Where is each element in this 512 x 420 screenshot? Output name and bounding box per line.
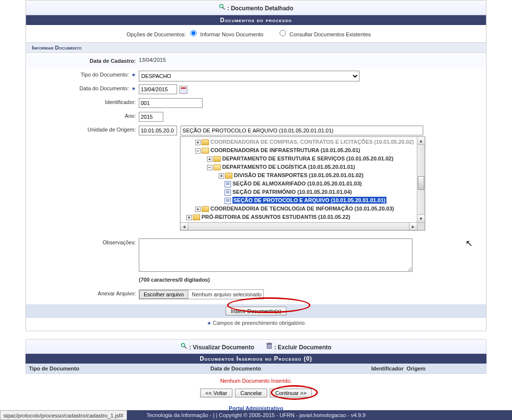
label-data-documento: Data do Documento: — [79, 85, 129, 91]
nav-button-row: << Voltar Cancelar Continuar >> — [26, 388, 486, 401]
tree-hscrollbar[interactable]: ◄► — [180, 222, 417, 230]
textarea-observacoes[interactable] — [139, 238, 412, 272]
inserir-documento-button[interactable]: Inserir Documento(s) — [226, 307, 287, 315]
collapse-icon[interactable]: − — [207, 165, 212, 170]
main-panel: : Documento Detalhado Documentos do proc… — [26, 0, 486, 331]
input-data-documento[interactable] — [139, 84, 177, 94]
label-anexar-arquivo: Anexar Arquivo: — [26, 289, 139, 296]
unidade-tree[interactable]: +COORDENADORIA DE COMPRAS, CONTRATOS E L… — [180, 136, 425, 231]
tree-node: −DEPARTAMENTO DE LOGÍSTICA (10.01.05.20.… — [180, 163, 417, 171]
expand-icon[interactable]: + — [207, 157, 212, 162]
folder-icon — [193, 214, 200, 220]
label-identificador: Identificador: — [26, 97, 139, 105]
document-icon — [225, 198, 231, 204]
label-data-cadastro: Data de Cadastro: — [26, 56, 139, 64]
svg-point-2 — [181, 343, 185, 347]
toolbar-detalhado: : Documento Detalhado — [26, 0, 486, 15]
toolbar-label: : Documento Detalhado — [227, 5, 293, 12]
col-identificador: Identificador — [348, 366, 407, 371]
collapse-icon[interactable]: − — [195, 148, 201, 154]
tree-node: +COORDENADORIA DE TECNOLOGIA DE INFORMAÇ… — [180, 205, 417, 213]
folder-open-icon — [202, 148, 209, 154]
expand-icon[interactable]: + — [195, 140, 201, 145]
section-informar-documento: Informar Documento — [26, 42, 486, 53]
expand-icon[interactable]: + — [219, 173, 224, 179]
options-row: Opções de Documentos: Informar Novo Docu… — [26, 25, 486, 42]
documents-panel: : Visualizar Documento : Excluir Documen… — [26, 339, 486, 415]
tree-node: SEÇÃO DE ALMOXARIFADO (10.01.05.20.01.01… — [180, 180, 417, 188]
tree-node: SEÇÃO DE PATRIMÔNIO (10.01.05.20.01.01.0… — [180, 188, 417, 196]
char-count: (700 caracteres/0 digitados) — [139, 275, 486, 287]
value-data-cadastro: 13/04/2015 — [139, 56, 486, 63]
tree-node: +DEPARTAMENTO DE ESTRUTURA E SERVIÇOS (1… — [180, 155, 417, 163]
search-icon — [219, 3, 226, 10]
tree-node: +PRÓ-REITORIA DE ASSUNTOS ESTUDANTIS (10… — [180, 213, 417, 221]
col-origem: Origem — [407, 366, 483, 371]
svg-point-0 — [220, 4, 223, 8]
continuar-button[interactable]: Continuar >> — [270, 389, 312, 397]
table-header: Tipo de Documento Data de Documento Iden… — [26, 364, 486, 374]
svg-rect-4 — [267, 344, 271, 349]
folder-icon — [225, 173, 232, 179]
label-ano: Ano: — [26, 111, 139, 119]
col-tipo-documento: Tipo de Documento — [29, 366, 210, 371]
folder-open-icon — [213, 164, 221, 170]
radio-consultar-existentes-label[interactable]: Consultar Documentos Existentes — [289, 31, 371, 37]
document-icon — [225, 189, 231, 196]
required-star: ★ — [131, 86, 136, 91]
tree-node: −COORDENADORIA DE INFRAESTRUTURA (10.01.… — [180, 146, 417, 155]
calendar-icon[interactable] — [179, 86, 187, 94]
input-unidade-nome[interactable] — [180, 126, 423, 135]
status-bar: sipac/protocolo/processo/cadastro/cadast… — [0, 410, 127, 420]
label-observacoes: Observações: — [26, 237, 139, 245]
svg-rect-5 — [266, 343, 272, 344]
radio-informar-novo[interactable] — [190, 30, 197, 36]
svg-rect-6 — [268, 342, 270, 343]
empty-message: Nenhum Documento Inserido. — [26, 374, 486, 388]
file-none-label: Nenhum arquivo selecionado — [192, 291, 261, 297]
col-data-documento: Data de Documento — [210, 366, 348, 371]
legend-row: : Visualizar Documento : Excluir Documen… — [26, 339, 486, 354]
radio-informar-novo-label[interactable]: Informar Novo Documento — [200, 31, 263, 37]
search-icon — [180, 342, 187, 349]
folder-icon — [213, 156, 221, 162]
tree-node: +COORDENADORIA DE COMPRAS, CONTRATOS E L… — [180, 138, 417, 146]
input-identificador[interactable] — [139, 98, 203, 108]
header-docs-inseridos: Documentos Inseridos no Processo (0) — [26, 354, 486, 364]
tree-node: +DIVISÃO DE TRANSPORTES (10.01.05.20.01.… — [180, 171, 417, 180]
svg-line-1 — [223, 7, 225, 9]
label-tipo-documento: Tipo do Documento: — [80, 72, 129, 78]
legend-visualizar: : Visualizar Documento — [189, 344, 254, 351]
label-unidade-origem: Unidade de Origem: — [26, 125, 139, 132]
voltar-button[interactable]: << Voltar — [200, 389, 232, 397]
tree-node-selected: SEÇÃO DE PROTOCOLO E ARQUIVO (10.01.05.2… — [180, 196, 417, 205]
select-tipo-documento[interactable]: DESPACHO — [139, 71, 359, 81]
radio-consultar-existentes[interactable] — [280, 30, 286, 36]
input-ano[interactable] — [139, 112, 163, 122]
trash-icon — [266, 342, 273, 349]
svg-line-3 — [184, 346, 186, 348]
required-star: ★ — [131, 72, 136, 78]
expand-icon[interactable]: + — [186, 215, 192, 220]
file-choose-button[interactable]: Escolher arquivo — [139, 290, 188, 299]
tree-vscrollbar[interactable]: ▲▼ — [417, 137, 425, 222]
folder-icon — [202, 139, 209, 145]
expand-icon[interactable]: + — [195, 207, 201, 212]
folder-icon — [202, 206, 209, 212]
legend-excluir: : Excluir Documento — [274, 344, 332, 351]
cursor-icon: ↖ — [465, 238, 473, 249]
cancelar-button[interactable]: Cancelar — [235, 389, 267, 397]
options-label: Opções de Documentos: — [127, 31, 186, 37]
document-icon — [225, 181, 231, 187]
submit-row: Inserir Documento(s) — [26, 304, 486, 318]
mandatory-note: ★ Campos de preenchimento obrigatório. — [26, 318, 486, 331]
header-docs-processo: Documentos do processo — [26, 15, 486, 25]
input-unidade-codigo[interactable] — [139, 126, 177, 135]
